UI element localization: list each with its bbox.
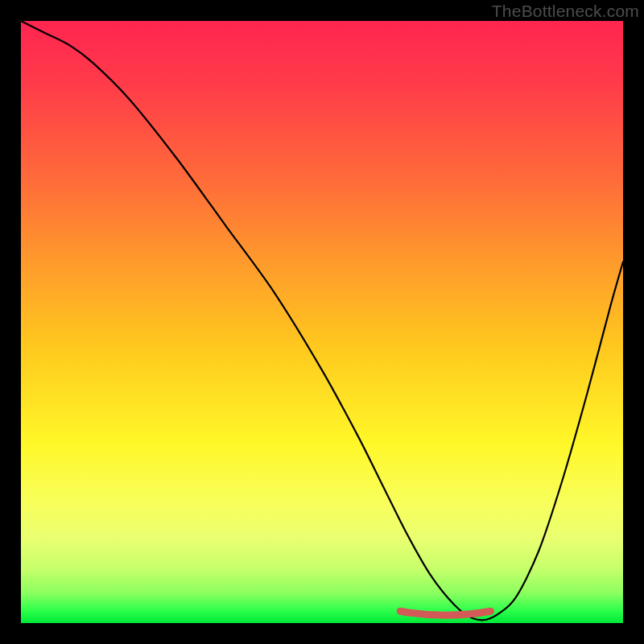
- bottleneck-curve-path: [21, 21, 623, 620]
- watermark-text: TheBottleneck.com: [492, 2, 639, 21]
- chart-frame: [21, 21, 623, 623]
- trough-marker: [400, 611, 490, 615]
- curve-layer: [21, 21, 623, 623]
